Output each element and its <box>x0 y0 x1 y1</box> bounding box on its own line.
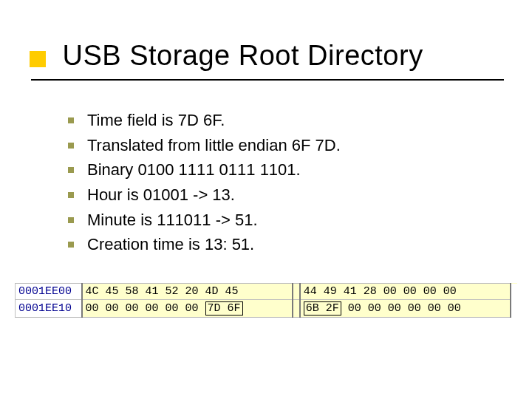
bullet-text: Hour is 01001 -> 13. <box>87 184 235 206</box>
bullet-icon <box>68 117 74 123</box>
list-item: Time field is 7D 6F. <box>68 109 488 132</box>
slide-title-region: USB Storage Root Directory <box>30 40 502 81</box>
hex-right-edge <box>511 300 517 318</box>
hex-bytes: 00 00 00 00 00 00 <box>341 302 461 315</box>
hex-address: 0001EE10 <box>16 300 82 318</box>
list-item: Hour is 01001 -> 13. <box>68 184 488 206</box>
bullet-icon <box>68 217 74 223</box>
hex-gap <box>293 284 300 300</box>
bullet-text: Creation time is 13: 51. <box>87 233 254 256</box>
bullet-list: Time field is 7D 6F. Translated from lit… <box>68 109 488 259</box>
list-item: Minute is 111011 -> 51. <box>68 209 488 231</box>
title-bullet-icon <box>30 51 46 67</box>
list-item: Binary 0100 1111 0111 1101. <box>68 159 488 181</box>
bullet-text: Time field is 7D 6F. <box>87 109 225 132</box>
bullet-icon <box>68 242 74 248</box>
hex-bytes-group2: 44 49 41 28 00 00 00 00 <box>300 284 511 300</box>
title-underline <box>31 79 504 81</box>
list-item: Creation time is 13: 51. <box>68 233 488 256</box>
highlighted-bytes: 7D 6F <box>205 301 243 316</box>
table-row: 0001EE10 00 00 00 00 00 00 7D 6F 6B 2F 0… <box>16 300 518 318</box>
hex-dump-table: 0001EE00 4C 45 58 41 52 20 4D 45 44 49 4… <box>15 283 517 318</box>
slide-title: USB Storage Root Directory <box>62 40 423 72</box>
highlighted-bytes: 6B 2F <box>304 301 341 316</box>
hex-bytes: 00 00 00 00 00 00 <box>86 302 205 315</box>
bullet-icon <box>68 192 74 198</box>
hex-bytes-group1: 00 00 00 00 00 00 7D 6F <box>82 300 293 318</box>
hex-bytes: 44 49 41 28 00 00 00 00 <box>304 285 457 298</box>
hex-bytes-group2: 6B 2F 00 00 00 00 00 00 <box>300 300 511 318</box>
hex-gap <box>293 300 300 318</box>
list-item: Translated from little endian 6F 7D. <box>68 134 488 157</box>
bullet-icon <box>68 143 74 149</box>
hex-bytes-group1: 4C 45 58 41 52 20 4D 45 <box>82 284 293 300</box>
bullet-text: Binary 0100 1111 0111 1101. <box>87 159 301 181</box>
table-row: 0001EE00 4C 45 58 41 52 20 4D 45 44 49 4… <box>16 284 518 300</box>
hex-right-edge <box>511 284 517 300</box>
bullet-text: Translated from little endian 6F 7D. <box>87 134 341 157</box>
bullet-icon <box>68 167 74 173</box>
bullet-text: Minute is 111011 -> 51. <box>87 209 258 231</box>
hex-address: 0001EE00 <box>16 284 82 300</box>
